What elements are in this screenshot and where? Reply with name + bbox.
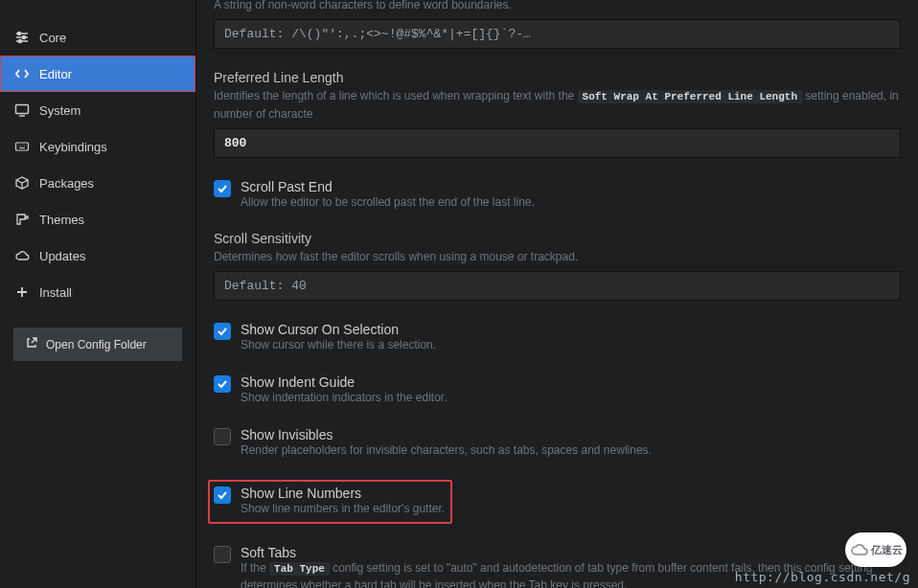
svg-point-1 <box>22 35 25 38</box>
sidebar-item-label: Updates <box>39 249 85 263</box>
show-cursor-on-selection-label: Show Cursor On Selection <box>241 322 901 337</box>
show-line-numbers-checkbox[interactable] <box>214 486 231 504</box>
sidebar-item-editor[interactable]: Editor <box>0 56 195 92</box>
cloud-icon <box>14 248 30 263</box>
scroll-sensitivity-input[interactable]: Default: 40 <box>214 271 901 301</box>
inline-code: Soft Wrap At Preferred Line Length <box>578 90 802 103</box>
sidebar-item-label: Themes <box>39 213 84 227</box>
show-line-numbers-desc: Show line numbers in the editor's gutter… <box>241 501 445 517</box>
scroll-past-end-desc: Allow the editor to be scrolled past the… <box>241 194 901 211</box>
code-icon <box>14 66 30 81</box>
show-line-numbers-label: Show Line Numbers <box>241 486 445 501</box>
scroll-sensitivity-desc: Determines how fast the editor scrolls w… <box>214 248 901 265</box>
settings-sidebar: Core Editor System Keybindings Packages <box>0 0 196 588</box>
sidebar-item-keybindings[interactable]: Keybindings <box>0 128 195 165</box>
sidebar-item-label: Keybindings <box>39 140 107 154</box>
sidebar-item-install[interactable]: Install <box>0 274 195 310</box>
svg-point-2 <box>18 39 21 42</box>
show-indent-guide-checkbox[interactable] <box>214 375 231 393</box>
show-invisibles-desc: Render placeholders for invisible charac… <box>241 442 901 459</box>
paint-icon <box>14 212 30 227</box>
watermark-url: http://blog.csdn.net/g <box>735 570 910 584</box>
soft-tabs-label: Soft Tabs <box>241 545 901 560</box>
show-invisibles-checkbox[interactable] <box>214 428 231 445</box>
nonword-desc: A string of non-word characters to defin… <box>214 0 901 13</box>
soft-tabs-checkbox[interactable] <box>214 546 231 563</box>
show-cursor-on-selection-checkbox[interactable] <box>214 323 231 340</box>
preferred-line-length-input[interactable]: 800 <box>214 128 901 158</box>
sidebar-item-updates[interactable]: Updates <box>0 237 195 274</box>
highlight-annotation: Show Line Numbers Show line numbers in t… <box>208 480 452 525</box>
keyboard-icon <box>14 139 30 154</box>
svg-point-0 <box>17 32 20 34</box>
open-config-folder-button[interactable]: Open Config Folder <box>13 328 182 361</box>
settings-panel: A string of non-word characters to defin… <box>196 0 918 588</box>
scroll-sensitivity-title: Scroll Sensitivity <box>214 231 901 246</box>
svg-rect-3 <box>16 105 29 114</box>
plus-icon <box>14 284 30 300</box>
cloud-badge: 亿速云 <box>845 532 907 567</box>
preferred-line-length-title: Preferred Line Length <box>214 70 901 85</box>
sidebar-item-packages[interactable]: Packages <box>0 165 195 201</box>
show-invisibles-label: Show Invisibles <box>241 427 901 442</box>
sidebar-item-label: Install <box>39 285 72 300</box>
scroll-past-end-checkbox[interactable] <box>214 180 231 197</box>
scroll-past-end-label: Scroll Past End <box>241 179 901 194</box>
sidebar-item-label: Core <box>39 31 66 45</box>
sidebar-item-label: Packages <box>39 176 94 191</box>
show-cursor-on-selection-desc: Show cursor while there is a selection. <box>241 337 901 353</box>
sidebar-item-themes[interactable]: Themes <box>0 201 195 237</box>
sliders-icon <box>14 30 30 45</box>
sidebar-item-core[interactable]: Core <box>0 19 195 56</box>
sidebar-item-label: System <box>39 103 80 118</box>
inline-code: Tab Type <box>269 562 330 576</box>
package-icon <box>14 175 30 191</box>
show-indent-guide-label: Show Indent Guide <box>241 374 901 390</box>
sidebar-item-label: Editor <box>39 67 72 81</box>
sidebar-item-system[interactable]: System <box>0 92 195 128</box>
svg-rect-4 <box>16 143 29 150</box>
nonword-input[interactable]: Default: /\()"':,.;<>~!@#$%^&*|+=[]{}`?-… <box>214 19 901 49</box>
monitor-icon <box>14 102 30 118</box>
external-link-icon <box>25 336 38 352</box>
show-indent-guide-desc: Show indentation indicators in the edito… <box>241 390 901 406</box>
preferred-line-length-desc: Identifies the length of a line which is… <box>214 87 901 123</box>
open-config-folder-label: Open Config Folder <box>46 338 147 351</box>
